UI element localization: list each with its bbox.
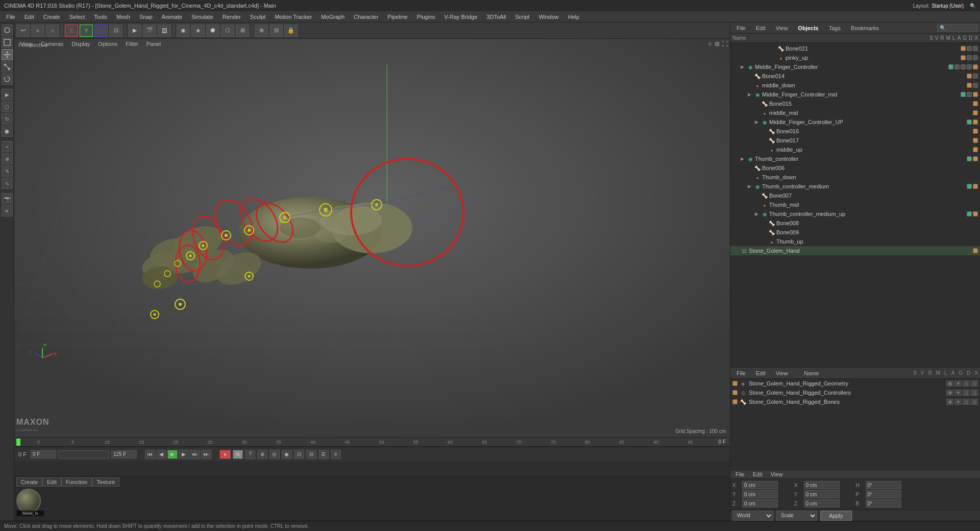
tool-light[interactable]: ☀ [2,205,13,216]
menu-mesh[interactable]: Mesh [112,13,134,21]
om-tab-edit[interactable]: Edit [752,24,770,32]
menu-file[interactable]: File [2,13,19,21]
layout-search-icon[interactable]: 🔍 [970,3,976,9]
viewport-shading-4[interactable]: ⬡ [221,25,234,37]
tool-camera[interactable]: 📷 [2,193,13,204]
render-region-button[interactable]: ○ [46,25,59,37]
tree-item-bone009[interactable]: 🦴 Bone009 [730,228,980,237]
play-button[interactable]: ▶ [167,450,178,459]
vp-icon-1[interactable]: ⊹ [707,40,713,47]
attr-input-b[interactable] [866,499,901,508]
tree-item-pinky-up[interactable]: ⬥ pinky_up [730,53,980,62]
tool-lasso[interactable]: ⬡ [2,101,13,112]
menu-tools[interactable]: Tools [90,13,111,21]
apply-button[interactable]: Apply [820,511,852,521]
auto-keyframe[interactable]: ⊞ [233,450,243,459]
scene-btn-v2[interactable]: ✕ [954,390,962,396]
scene-list[interactable]: ◈ Stone_Golem_Hand_Rigged_Geometry ⊞ ✕ ◻… [730,379,980,470]
scene-btn-r[interactable]: ◻ [963,380,970,387]
scene-item-bones[interactable]: 🦴 Stone_Golem_Hand_Rigged_Bones ⊞ ✕ ◻ ◻ [730,397,980,406]
tree-item-bone021[interactable]: 🦴 Bone021 [730,44,980,53]
dot-v[interactable] [967,46,972,51]
menu-window[interactable]: Window [534,13,562,21]
vp-menu-filter[interactable]: Filter [121,40,142,48]
tree-item-stone-golem-hand[interactable]: ⊡ Stone_Golem_Hand [730,246,980,255]
tool-poly[interactable]: ⬢ [2,126,13,137]
tool-select[interactable]: ▶ [2,89,13,100]
om-tab-view[interactable]: View [772,24,792,32]
dot-s[interactable] [961,46,966,51]
scene-btn-m[interactable]: ◻ [971,380,978,387]
axis-y-button[interactable]: Y [80,25,93,37]
scene-btn-r3[interactable]: ◻ [963,399,970,405]
mat-tab-edit[interactable]: Edit [42,477,61,487]
attr-input-z2[interactable] [804,499,840,508]
scene-btn-s2[interactable]: ⊞ [946,390,953,396]
axis-z-button[interactable]: Z [94,25,108,37]
scene-item-geometry[interactable]: ◈ Stone_Golem_Hand_Rigged_Geometry ⊞ ✕ ◻… [730,379,980,388]
mat-tab-create[interactable]: Create [16,477,42,487]
render-to-picture-viewer[interactable]: 🖼 [158,25,171,37]
tool-rotate[interactable] [2,74,13,85]
timeline-track[interactable] [58,450,109,458]
keyframe-button[interactable]: ● [219,450,231,459]
timeline-btn-5[interactable]: ⊟ [306,450,316,459]
tool-loop[interactable]: ↻ [2,113,13,125]
viewport-shading-1[interactable]: ◉ [177,25,190,37]
timeline-btn-2[interactable]: ◎ [270,450,280,459]
viewport-shading-3[interactable]: ⬟ [206,25,219,37]
timeline-btn-6[interactable]: ☰ [318,450,329,459]
timeline-btn-1[interactable]: ⊕ [257,450,267,459]
transform-dropdown[interactable]: Scale Move Rotate [776,511,817,521]
dot-other[interactable] [973,46,978,51]
menu-script[interactable]: Script [511,13,533,21]
timeline-btn-7[interactable]: ≡ [331,450,341,459]
timeline-ruler[interactable]: 0 5 10 15 20 25 30 35 40 45 50 55 60 65 … [14,438,730,447]
tool-mode-object[interactable] [2,25,13,36]
render-button[interactable]: ▶ [128,25,141,37]
tree-item-thumb-controller-medium-up[interactable]: ▶ ◉ Thumb_controller_medium_up [730,209,980,219]
redo-button[interactable]: + [31,25,44,37]
attr-tab-edit[interactable]: Edit [750,470,766,478]
om-tab-objects[interactable]: Objects [794,24,822,32]
menu-mograph[interactable]: MoGraph [317,13,349,21]
menu-plugins[interactable]: Plugins [412,13,439,21]
attr-input-y1[interactable] [742,490,778,498]
tree-item-middle-finger-controller-up[interactable]: ▶ ◉ Middle_Finger_Controller_UP [730,117,980,127]
menu-vray[interactable]: V-Ray Bridge [440,13,482,21]
tree-item-bone015[interactable]: 🦴 Bone015 [730,99,980,108]
object-axis-button[interactable]: ⊡ [109,25,122,37]
tree-item-thumb-controller[interactable]: ▶ ◉ Thumb_controller [730,154,980,163]
undo-button[interactable]: ↩ [16,25,30,37]
menu-3dtoall[interactable]: 3DToAll [482,13,510,21]
scene-btn-v[interactable]: ✕ [954,380,962,387]
viewport-shading-5[interactable]: ⊞ [236,25,249,37]
scene-tab-edit[interactable]: Edit [752,369,770,377]
viewport[interactable]: View Cameras Display Options Filter Pane… [14,39,730,437]
axis-lock-btn[interactable]: 🔒 [284,25,298,37]
mat-tab-function[interactable]: Function [61,477,92,487]
tool-scale[interactable] [2,61,13,73]
scene-btn-s[interactable]: ⊞ [946,380,953,387]
tree-item-bone017[interactable]: 🦴 Bone017 [730,136,980,145]
grid-btn[interactable]: ⊟ [270,25,283,37]
menu-simulate[interactable]: Simulate [187,13,217,21]
menu-snap[interactable]: Snap [135,13,157,21]
frame-input[interactable] [31,450,56,458]
goto-start-button[interactable]: ⏮ [145,450,155,459]
menu-motion-tracker[interactable]: Motion Tracker [271,13,316,21]
om-tab-tags[interactable]: Tags [825,24,845,32]
tree-item-middle-mid[interactable]: ⬥ middle_mid [730,108,980,117]
tool-paint[interactable]: ✎ [2,165,13,177]
attr-input-x2[interactable] [804,481,840,489]
attr-input-p[interactable] [866,490,901,498]
goto-end-button[interactable]: ⏭ [190,450,200,459]
vp-icon-2[interactable]: ⊞ [715,40,720,47]
scene-btn-m3[interactable]: ◻ [971,399,978,405]
material-slot-stone[interactable]: Stone_G [16,489,44,516]
vp-menu-panel[interactable]: Panel [142,40,165,48]
tree-item-middle-down[interactable]: ⬥ middle_down [730,81,980,90]
scene-tab-file[interactable]: File [732,369,750,377]
record-button[interactable]: ⏭ [201,450,211,459]
menu-sculpt[interactable]: Sculpt [246,13,270,21]
